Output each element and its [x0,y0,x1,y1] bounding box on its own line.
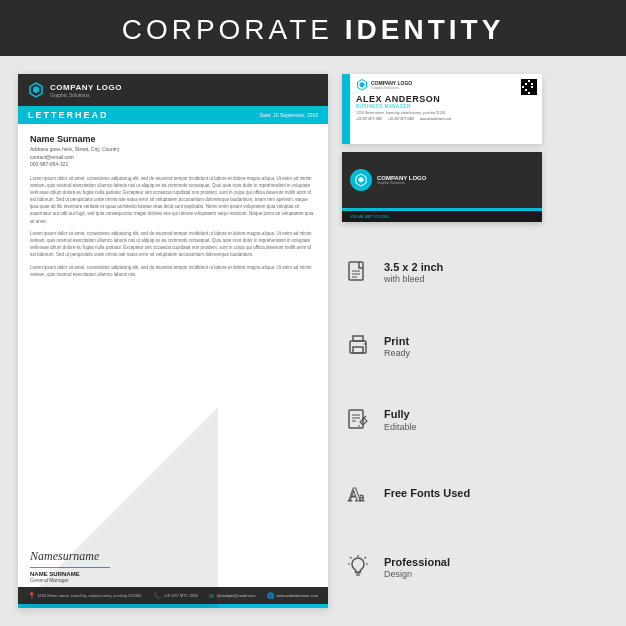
svg-line-18 [364,416,366,418]
phone-icon: 📞 [154,592,161,599]
svg-rect-11 [353,336,363,341]
lh-sig-title: General Manager [30,577,316,583]
svg-rect-12 [353,347,363,353]
qr-code [521,79,537,95]
location-icon: 📍 [28,592,35,599]
title-light: CORPORATE [122,14,345,45]
feature-professional-sublabel: Design [384,569,450,579]
right-panel: COMPANY LOGO Graphic Solutions [342,74,608,608]
web-icon: 🌐 [267,592,274,599]
card-dark-company-sub: Graphic Solutions [377,181,426,185]
lh-company-sub: Graphic Solutions [50,92,122,98]
font-icon-wrap: A a [342,478,374,510]
document-icon-wrap [342,257,374,289]
feature-professional-text: Professional Design [384,556,450,579]
feature-professional: Professional Design [342,551,608,583]
card-logo-row: COMPANY LOGO Graphic Solutions [356,79,536,91]
lh-address-line1: Address goes here, Street, City, Country [30,146,316,154]
svg-marker-1 [33,86,39,93]
edit-icon [345,407,371,433]
card-phone1: +18 2/67 M75 1808 [356,117,382,121]
main-content: COMPANY LOGO Graphic Solutions LETTERHEA… [0,56,626,622]
feature-editable-label: Fully [384,408,417,421]
card-content: COMPANY LOGO Graphic Solutions [350,74,542,144]
feature-size: 3.5 x 2 inch with bleed [342,257,608,289]
page-header: CORPORATE IDENTITY [0,0,626,56]
card-logo-icon [356,79,368,91]
lh-signature: Namesurname NAME SURNAME General Manager [18,549,328,587]
title-bold: IDENTITY [345,14,505,45]
card-company-sub: Graphic Solutions [371,86,412,90]
lh-sig-script: Namesurname [30,549,316,564]
feature-fonts: A a Free Fonts Used [342,478,608,510]
card-contacts: +18 2/67 M75 1808 +18 2/67 M75 5808 www.… [356,117,536,121]
letterhead-preview: COMPANY LOGO Graphic Solutions LETTERHEA… [18,74,328,608]
lh-footer-phone1-text: +18 2/67 M75 1808 [163,593,198,598]
feature-professional-label: Professional [384,556,450,569]
document-icon [345,260,371,286]
feature-editable: Fully Editable [342,404,608,436]
feature-editable-sublabel: Editable [384,422,417,432]
svg-point-13 [364,343,366,345]
lh-paragraph3: Lorem ipsum dolor sit amet, consectetur … [30,264,316,278]
edit-icon-wrap [342,404,374,436]
card-dark-bottom: VISUAL ART STUDIO [342,211,542,222]
card-dark-studio-text: VISUAL ART STUDIO [350,214,389,219]
feature-size-text: 3.5 x 2 inch with bleed [384,261,443,284]
lh-sig-line [30,567,110,568]
svg-marker-3 [360,82,365,87]
lh-footer-address-text: 1234 Street name, town/city, state/count… [37,593,143,598]
lh-footer-email: ✉ @sample@email.com [209,592,255,599]
lh-header: COMPANY LOGO Graphic Solutions [18,74,328,106]
font-icon: A a [345,481,371,507]
card-dark-logo-circle [350,169,372,191]
svg-line-19 [358,425,360,427]
lh-footer-web: 🌐 www.websitename.com [267,592,318,599]
feature-print: Print Ready [342,330,608,362]
svg-line-25 [350,557,352,559]
lh-date: Date: 10 September, 2018 [260,112,318,118]
lh-footer-email-text: @sample@email.com [216,593,255,598]
lh-paragraph1: Lorem ipsum dolor sit amet, consectetur … [30,175,316,225]
lh-footer-web-text: www.websitename.com [276,593,318,598]
lh-bottom-teal-bar [18,604,328,608]
lh-address: Address goes here, Street, City, Country… [30,146,316,169]
lh-address-line2: contact@email.com [30,154,316,162]
card-phone2: +18 2/67 M75 5808 [388,117,414,121]
feature-size-label: 3.5 x 2 inch [384,261,443,274]
page-title: CORPORATE IDENTITY [0,14,626,46]
lh-letterhead-label: LETTERHEAD [28,110,109,120]
card-teal-bar [342,74,350,144]
lh-body: Name Surname Address goes here, Street, … [18,124,328,549]
feature-print-label: Print [384,335,410,348]
card-person-title: Business Manager [356,104,536,109]
lh-paragraph2: Lorem ipsum dolor sit amet, consectetur … [30,230,316,259]
feature-print-sublabel: Ready [384,348,410,358]
lh-teal-bar: LETTERHEAD Date: 10 September, 2018 [18,106,328,124]
lh-company-name: COMPANY LOGO [50,83,122,92]
bulb-icon-wrap [342,551,374,583]
email-icon: ✉ [209,592,214,599]
card-company-info: COMPANY LOGO Graphic Solutions [371,80,412,90]
card-person-name: ALEX ANDERSON [356,94,536,104]
svg-marker-5 [359,177,364,182]
card-dark-logo-icon [354,173,368,187]
feature-fonts-text: Free Fonts Used [384,487,470,500]
svg-rect-14 [349,410,363,428]
lh-footer: 📍 1234 Street name, town/city, state/cou… [18,587,328,604]
feature-size-sublabel: with bleed [384,274,443,284]
print-icon [345,333,371,359]
bulb-icon [345,554,371,580]
business-card-white: COMPANY LOGO Graphic Solutions [342,74,542,144]
lh-recipient-name: Name Surname [30,134,316,144]
feature-fonts-label: Free Fonts Used [384,487,470,500]
card-dark-company-info: COMPANY LOGO Graphic Solutions [377,175,426,185]
lh-footer-phone1: 📞 +18 2/67 M75 1808 [154,592,198,599]
card-street: 1234 Street name, town/city, state/count… [356,111,536,115]
svg-text:a: a [359,490,365,504]
features-list: 3.5 x 2 inch with bleed Print Ready [342,232,608,608]
svg-line-26 [365,557,367,559]
card-email: www.websitename.com [420,117,451,121]
feature-editable-text: Fully Editable [384,408,417,431]
lh-logo-icon [28,82,44,98]
